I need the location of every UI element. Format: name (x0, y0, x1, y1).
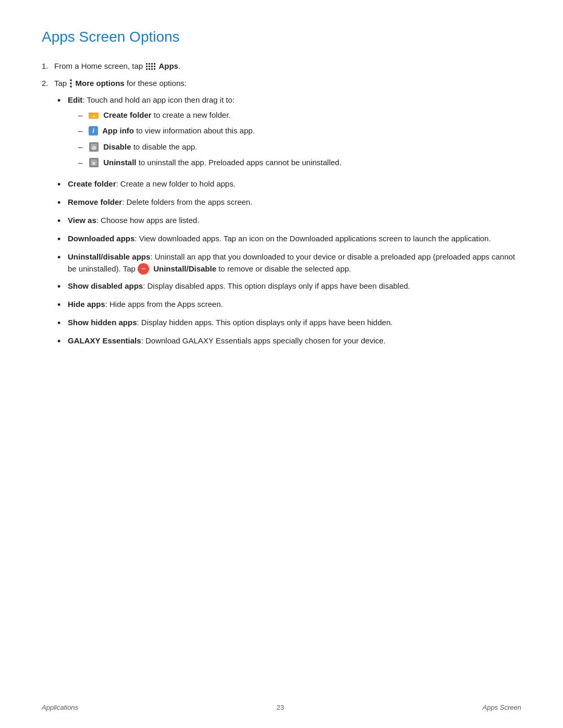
bullet-show-hidden-label: Show hidden apps (68, 318, 137, 327)
sub-list-edit: + Create folder to create a new folder. … (78, 109, 341, 169)
footer-center: 23 (277, 702, 284, 713)
create-folder-label: Create folder (103, 110, 152, 119)
bullet-hide-apps-label: Hide apps (68, 300, 105, 309)
step-1-number: 1. (42, 60, 51, 72)
bullet-galaxy-essentials: GALAXY Essentials: Download GALAXY Essen… (57, 335, 521, 348)
page-footer: Applications 23 Apps Screen (0, 702, 563, 713)
step-1-text: From a Home screen, tap Apps. (54, 60, 180, 72)
uninstall-disable-icon: − (138, 263, 149, 275)
disable-label: Disable (103, 142, 131, 151)
bullet-show-disabled-apps: Show disabled apps: Display disabled app… (57, 280, 521, 293)
bullet-hide-apps: Hide apps: Hide apps from the Apps scree… (57, 299, 521, 312)
svg-text:⊘: ⊘ (92, 145, 96, 151)
bullet-view-as: View as: Choose how apps are listed. (57, 215, 521, 228)
bullet-galaxy-essentials-label: GALAXY Essentials (68, 336, 141, 345)
uninstall-disable-button-label: Uninstall/Disable (153, 264, 216, 273)
folder-icon: + (89, 111, 99, 119)
apps-label: Apps (158, 61, 178, 70)
page-container: Apps Screen Options 1. From a Home scree… (0, 0, 563, 396)
step-2-number: 2. (42, 78, 51, 90)
step-1: 1. From a Home screen, tap Apps. (42, 60, 521, 72)
step-2: 2. Tap More options for these options: (42, 78, 521, 90)
svg-text:+: + (93, 114, 95, 119)
bullet-downloaded-apps: Downloaded apps: View downloaded apps. T… (57, 233, 521, 246)
bullet-downloaded-apps-label: Downloaded apps (68, 234, 134, 243)
bullet-edit-label: Edit (68, 95, 82, 104)
sub-item-disable-content: ⊘ Disable to disable the app. (89, 141, 197, 153)
svg-text:✕: ✕ (92, 161, 96, 166)
sub-item-disable: ⊘ Disable to disable the app. (78, 141, 341, 153)
sub-item-uninstall: ✕ Uninstall to uninstall the app. Preloa… (78, 157, 341, 169)
sub-item-create-folder: + Create folder to create a new folder. (78, 109, 341, 121)
more-options-icon (70, 79, 72, 88)
bullet-uninstall-disable-label: Uninstall/disable apps (68, 252, 150, 261)
sub-item-app-info: i App info to view information about thi… (78, 125, 341, 137)
footer-right: Apps Screen (483, 702, 521, 713)
apps-grid-icon (146, 63, 155, 70)
more-options-label: More options (76, 79, 125, 88)
uninstall-icon: ✕ (89, 157, 99, 168)
bullet-view-as-label: View as (68, 216, 96, 225)
bullet-create-folder: Create folder: Create a new folder to ho… (57, 178, 521, 191)
bullet-remove-folder: Remove folder: Delete folders from the a… (57, 196, 521, 209)
bullet-uninstall-disable-apps: Uninstall/disable apps: Uninstall an app… (57, 251, 521, 275)
bullet-edit: Edit: Touch and hold an app icon then dr… (57, 94, 521, 173)
sub-item-uninstall-content: ✕ Uninstall to uninstall the app. Preloa… (89, 157, 341, 169)
bullet-show-disabled-label: Show disabled apps (68, 281, 143, 290)
bullet-list: Edit: Touch and hold an app icon then dr… (57, 94, 521, 349)
sub-item-app-info-content: i App info to view information about thi… (89, 125, 255, 137)
numbered-list: 1. From a Home screen, tap Apps. 2. Tap … (42, 60, 521, 89)
bullet-create-folder-label: Create folder (68, 179, 116, 188)
uninstall-label: Uninstall (103, 158, 136, 167)
bullet-show-hidden-apps: Show hidden apps: Display hidden apps. T… (57, 317, 521, 330)
bullet-edit-content: Edit: Touch and hold an app icon then dr… (68, 94, 341, 173)
sub-item-create-folder-content: + Create folder to create a new folder. (89, 109, 230, 121)
page-title: Apps Screen Options (42, 26, 521, 48)
app-info-icon: i (89, 126, 98, 135)
bullet-remove-folder-label: Remove folder (68, 198, 122, 206)
disable-icon: ⊘ (89, 142, 99, 152)
app-info-label: App info (102, 126, 134, 135)
footer-left: Applications (42, 702, 78, 713)
step-2-text: Tap More options for these options: (54, 78, 187, 90)
